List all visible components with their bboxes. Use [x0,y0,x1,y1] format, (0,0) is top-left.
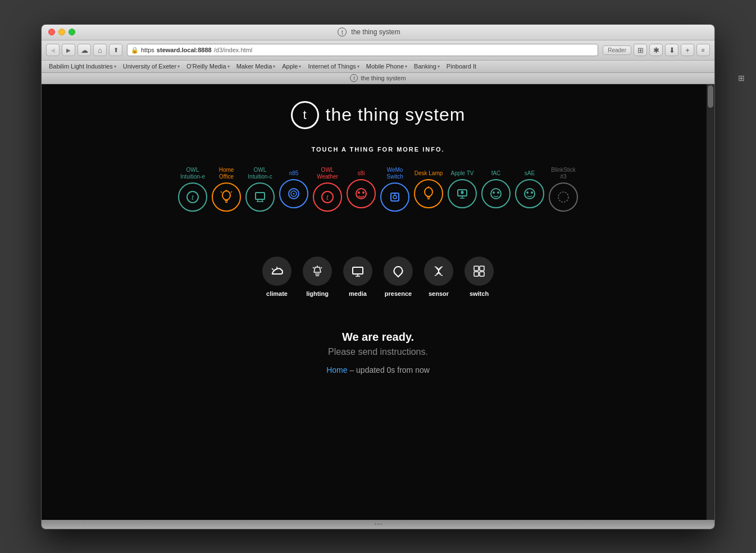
title-logo-circle: t [338,28,347,36]
more-button[interactable]: ≡ [696,44,710,56]
new-tab-button[interactable]: + [681,44,694,56]
device-blinkstick-name: BlinkStick#3 [551,167,575,180]
maximize-button[interactable] [69,29,75,35]
device-n85[interactable]: n85 [279,170,308,208]
resize-bar[interactable] [42,520,714,529]
svg-line-6 [221,191,222,193]
category-climate-icon [262,257,292,286]
status-instruction-text: Please send instructions. [326,347,430,357]
reader-button[interactable]: Reader [603,45,631,55]
category-presence[interactable]: presence [384,257,413,297]
forward-button[interactable]: ▶ [62,44,75,56]
category-media[interactable]: media [343,257,372,297]
device-sae[interactable]: sAE [515,170,544,208]
svg-point-35 [531,191,533,194]
device-wemo-switch-icon [380,182,409,212]
nav-exeter[interactable]: University of Exeter ▾ [120,62,183,70]
device-fac-name: fAC [491,170,501,177]
device-owl-intuition-e[interactable]: OWLIntuition-e t [178,167,207,212]
nav-iot-arrow: ▾ [357,64,359,69]
svg-rect-50 [480,272,484,276]
device-blinkstick-icon [549,182,578,212]
home-button[interactable]: ⌂ [93,44,107,56]
nav-maker[interactable]: Maker Media ▾ [234,62,279,70]
device-apple-tv-icon [448,179,477,208]
svg-point-19 [362,191,365,194]
tab-bar: t the thing system ⊞ [42,73,714,84]
nav-apple[interactable]: Apple ▾ [279,62,304,70]
minimize-button[interactable] [58,29,65,35]
category-switch-label: switch [470,290,489,297]
device-desk-lamp[interactable]: Desk Lamp [414,170,443,208]
extensions-button[interactable]: ✱ [649,44,663,56]
cloud-button[interactable]: ☁ [78,44,91,56]
category-lighting[interactable]: lighting [303,257,332,297]
nav-pinboard[interactable]: Pinboard It [444,62,479,70]
home-link[interactable]: Home [326,365,347,374]
touch-instruction: TOUCH A THING FOR MORE INFO. [311,146,444,153]
nav-banking-arrow: ▾ [438,64,440,69]
titlebar: t the thing system [42,25,714,40]
category-sensor[interactable]: sensor [424,257,453,297]
window-title: t the thing system [75,28,663,36]
nav-banking[interactable]: Banking ▾ [411,62,443,70]
svg-point-14 [293,193,295,194]
traffic-lights [48,29,75,35]
category-climate[interactable]: climate [262,257,292,297]
tab-logo: t [350,74,358,82]
category-media-icon [343,257,372,286]
scrollbar-thumb[interactable] [708,85,713,108]
address-bar[interactable]: 🔒 https steward.local:8888 /d3/index.htm… [127,44,598,56]
nav-maker-arrow: ▾ [273,64,275,69]
url-protocol: https [141,47,154,53]
close-button[interactable] [48,29,55,35]
scrollbar-track[interactable] [707,84,714,520]
device-n85-name: n85 [289,170,299,177]
device-fac-icon [481,179,511,208]
resize-dots [375,523,382,525]
device-owl-intuition-c-name: OWLIntuition-c [248,167,272,180]
nav-iot[interactable]: Internet of Things ▾ [305,62,362,70]
device-sae-name: sAE [525,170,535,177]
device-home-office[interactable]: HomeOffice [212,167,241,212]
svg-line-7 [231,191,232,193]
nav-oreilly[interactable]: O'Reilly Media ▾ [184,62,233,70]
category-climate-label: climate [266,290,288,297]
devices-row: OWLIntuition-e t HomeOffice [178,167,578,212]
nav-mobile[interactable]: Mobile Phone ▾ [363,62,410,70]
svg-point-33 [525,189,535,199]
device-apple-tv[interactable]: Apple TV [448,170,477,208]
category-sensor-icon [424,257,453,286]
category-switch-icon [464,257,494,286]
categories-row: climate lighting [262,257,494,297]
svg-point-32 [497,191,499,194]
sidebar-button[interactable]: ⊞ [634,44,647,56]
device-s8i-name: s8i [358,170,365,177]
nav-babilim-arrow: ▾ [114,64,116,69]
device-blinkstick[interactable]: BlinkStick#3 [549,167,578,212]
device-fac[interactable]: fAC [481,170,511,208]
nav-apple-arrow: ▾ [299,64,301,69]
device-owl-weather-icon: t [313,182,342,212]
nav-exeter-arrow: ▾ [177,64,180,69]
device-owl-weather-name: OWLWeather [317,167,338,180]
download-button[interactable]: ⬇ [665,44,678,56]
main-content: t the thing system TOUCH A THING FOR MOR… [42,84,714,520]
category-switch[interactable]: switch [464,257,494,297]
svg-point-18 [358,191,360,194]
device-owl-intuition-c[interactable]: OWLIntuition-c [245,167,275,212]
device-wemo-switch[interactable]: WeMoSwitch [380,167,409,212]
back-button[interactable]: ◀ [46,44,60,56]
category-presence-label: presence [385,290,412,297]
category-lighting-label: lighting [306,290,329,297]
svg-point-36 [558,192,568,202]
browser-window: t the thing system ◀ ▶ ☁ ⌂ ⬆ 🔒 https ste… [41,24,715,529]
device-owl-weather[interactable]: OWLWeather t [313,167,342,212]
device-s8i[interactable]: s8i [347,170,376,208]
nav-babilim[interactable]: Babilim Light Industries ▾ [46,62,119,70]
svg-point-21 [393,195,397,199]
device-n85-icon [279,179,308,208]
svg-line-41 [321,267,322,268]
share-button[interactable]: ⬆ [109,44,122,56]
device-home-office-icon [212,182,241,212]
